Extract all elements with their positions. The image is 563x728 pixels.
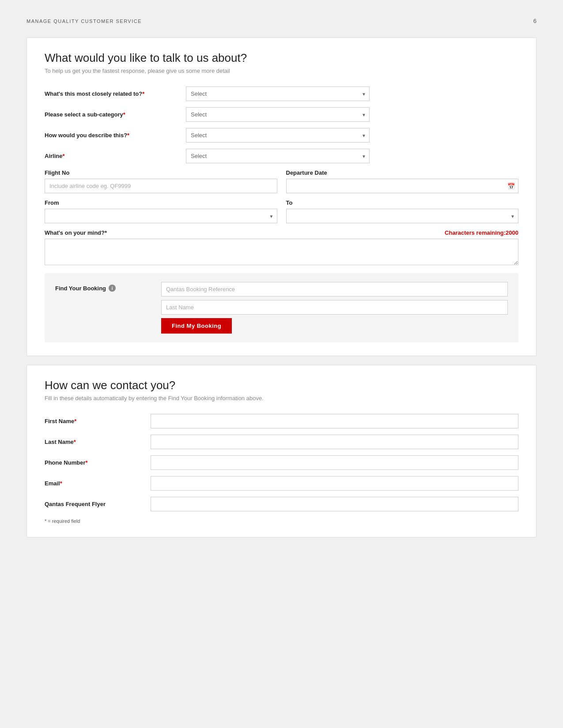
flight-no-col: Flight No — [45, 169, 277, 193]
find-booking-inner: Find Your Booking i Find My Booking — [55, 282, 508, 334]
last-name-booking-input[interactable] — [161, 300, 508, 315]
info-icon[interactable]: i — [109, 285, 116, 292]
phone-label: Phone Number* — [45, 459, 142, 466]
talk-about-card: What would you like to talk to us about?… — [26, 38, 537, 356]
from-col: From ▼ — [45, 199, 277, 223]
frequent-flyer-label: Qantas Frequent Flyer — [45, 501, 142, 507]
from-to-row: From ▼ To ▼ — [45, 199, 518, 223]
flight-no-label: Flight No — [45, 169, 277, 176]
sub-category-label: Please select a sub-category* — [45, 111, 177, 118]
related-to-select-wrapper: Select ▼ — [186, 86, 370, 101]
from-select[interactable] — [45, 209, 277, 223]
find-booking-fields: Find My Booking — [161, 282, 508, 334]
airline-select-wrapper: Select ▼ — [186, 149, 370, 163]
sub-category-row: Please select a sub-category* Select ▼ — [45, 107, 518, 122]
phone-row: Phone Number* — [45, 455, 518, 470]
whats-on-mind-textarea[interactable] — [45, 239, 518, 265]
to-col: To ▼ — [286, 199, 519, 223]
departure-date-input[interactable] — [286, 179, 519, 193]
to-label: To — [286, 199, 519, 206]
sub-category-select[interactable]: Select — [186, 107, 370, 122]
find-booking-section: Find Your Booking i Find My Booking — [45, 273, 518, 342]
flight-departure-row: Flight No Departure Date 📅 — [45, 169, 518, 193]
qantas-booking-reference-input[interactable] — [161, 282, 508, 296]
page-header: MANAGE QUALITY CUSTOMER SERVICE 6 — [26, 18, 537, 24]
last-name-row: Last Name* — [45, 435, 518, 449]
card-subtitle-2: Fill in these details automatically by e… — [45, 395, 518, 402]
describe-select-wrapper: Select ▼ — [186, 128, 370, 143]
email-row: Email* — [45, 476, 518, 491]
from-label: From — [45, 199, 277, 206]
chars-remaining: Characters remaining:2000 — [445, 229, 518, 236]
last-name-input[interactable] — [151, 435, 518, 449]
describe-label: How would you describe this?* — [45, 132, 177, 139]
whats-on-mind-label: What's on your mind?* — [45, 229, 107, 236]
first-name-row: First Name* — [45, 414, 518, 428]
first-name-input-wrapper — [151, 414, 518, 428]
describe-select[interactable]: Select — [186, 128, 370, 143]
to-select-wrapper: ▼ — [286, 209, 519, 223]
phone-input[interactable] — [151, 455, 518, 470]
contact-card: How can we contact you? Fill in these de… — [26, 365, 537, 537]
first-name-label: First Name* — [45, 418, 142, 424]
phone-input-wrapper — [151, 455, 518, 470]
card-title-1: What would you like to talk to us about? — [45, 51, 518, 65]
airline-label: Airline* — [45, 153, 177, 159]
departure-date-col: Departure Date 📅 — [286, 169, 519, 193]
find-booking-label: Find Your Booking i — [55, 282, 152, 292]
frequent-flyer-row: Qantas Frequent Flyer — [45, 497, 518, 511]
frequent-flyer-input-wrapper — [151, 497, 518, 511]
describe-row: How would you describe this?* Select ▼ — [45, 128, 518, 143]
flight-no-input[interactable] — [45, 179, 277, 193]
from-select-wrapper: ▼ — [45, 209, 277, 223]
departure-date-wrapper: 📅 — [286, 179, 519, 193]
frequent-flyer-input[interactable] — [151, 497, 518, 511]
card-subtitle-1: To help us get you the fastest response,… — [45, 68, 518, 74]
whats-on-mind-row: What's on your mind?* Characters remaini… — [45, 229, 518, 267]
find-booking-label-col: Find Your Booking i — [55, 282, 152, 292]
airline-select[interactable]: Select — [186, 149, 370, 163]
related-to-select[interactable]: Select — [186, 86, 370, 101]
find-my-booking-button[interactable]: Find My Booking — [161, 318, 232, 334]
first-name-input[interactable] — [151, 414, 518, 428]
email-input[interactable] — [151, 476, 518, 491]
related-to-label: What's this most closely related to?* — [45, 90, 177, 97]
to-select[interactable] — [286, 209, 519, 223]
related-to-row: What's this most closely related to?* Se… — [45, 86, 518, 101]
whats-on-mind-header: What's on your mind?* Characters remaini… — [45, 229, 518, 236]
email-input-wrapper — [151, 476, 518, 491]
last-name-input-wrapper — [151, 435, 518, 449]
header-title: MANAGE QUALITY CUSTOMER SERVICE — [26, 19, 142, 24]
last-name-label: Last Name* — [45, 439, 142, 445]
airline-row: Airline* Select ▼ — [45, 149, 518, 163]
page-number: 6 — [533, 18, 537, 24]
card-title-2: How can we contact you? — [45, 379, 518, 392]
departure-date-label: Departure Date — [286, 169, 519, 176]
email-label: Email* — [45, 480, 142, 487]
sub-category-select-wrapper: Select ▼ — [186, 107, 370, 122]
required-note: * = required field — [45, 518, 518, 524]
